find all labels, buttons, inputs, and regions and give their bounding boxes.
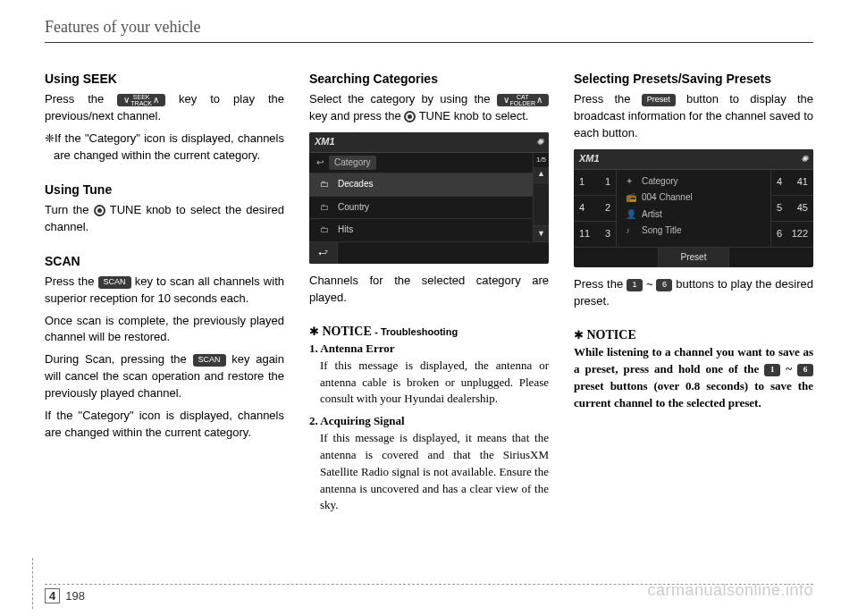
back-button-icon: ⮐ [309, 242, 338, 264]
page-counter: 1/5 [534, 153, 549, 167]
category-row-country: 🗀 Country [309, 196, 533, 219]
section-using-tune: Using Tune Turn the TUNE knob to select … [45, 181, 284, 236]
sc-title: XM1 [315, 135, 335, 149]
column-2: Searching Categories Select the category… [309, 70, 549, 530]
notice-save-preset: ✱ NOTICE While listening to a channel yo… [574, 326, 813, 412]
sc-header-icon-2: ✺ [801, 153, 808, 166]
presets-title: Selecting Presets/Saving Presets [574, 70, 813, 88]
section-searching-categories: Searching Categories Select the category… [309, 70, 549, 307]
section-using-seek: Using SEEK Press the ∨ SEEKTRACK ∧ key t… [45, 70, 284, 165]
category-row-decades: 🗀 Decades [309, 173, 533, 196]
preset-6-key-2: 6 [797, 364, 813, 376]
preset-1-key: 1 [627, 279, 643, 291]
cat-folder-key: ∨ CATFOLDER ∧ [497, 94, 549, 106]
sc-topic-row: ↩ Category [309, 153, 533, 173]
preset-6-key: 6 [656, 279, 672, 291]
seek-p1: Press the ∨ SEEKTRACK ∧ key to play the … [45, 91, 284, 125]
seek-track-key: ∨ SEEKTRACK ∧ [117, 94, 165, 106]
preset-cell: 42 [574, 196, 616, 222]
tune-knob-icon-2 [404, 111, 416, 122]
notice-title-2: ✱ NOTICE [574, 326, 813, 344]
seek-bullet: ❈If the "Category" icon is displayed, ch… [45, 131, 284, 165]
column-3: Selecting Presets/Saving Presets Press t… [574, 70, 813, 530]
sc-header-2: XM1 ✺ [574, 149, 813, 170]
column-1: Using SEEK Press the ∨ SEEKTRACK ∧ key t… [45, 70, 284, 530]
chapter-number: 4 [45, 588, 60, 603]
folder-icon: 🗀 [318, 224, 331, 237]
seek-title: Using SEEK [45, 70, 284, 88]
preset-right-col: 441 545 6122 [770, 170, 813, 247]
preset-footer: Preset [574, 247, 813, 268]
preset-cell: 113 [574, 222, 616, 247]
notice-title: ✱ NOTICE - Troubleshooting [309, 323, 549, 341]
preset-cell: 545 [771, 196, 813, 222]
song-icon: ♪ [626, 224, 636, 238]
page-header: Features of your vehicle [45, 18, 813, 43]
search-p1: Select the category by using the ∨ CATFO… [309, 91, 549, 125]
watermark: carmanualsonline.info [647, 581, 813, 600]
presets-p2: Press the 1 ~ 6 buttons to play the desi… [574, 276, 813, 310]
section-presets: Selecting Presets/Saving Presets Press t… [574, 70, 813, 310]
tune-knob-icon [94, 205, 105, 216]
sc-footer: ⮐ [309, 241, 549, 264]
row-label: Decades [338, 178, 373, 191]
scroll-up-icon: ▲ [534, 167, 549, 183]
channel-icon: 📻 [626, 191, 636, 205]
page-number: 198 [65, 589, 85, 603]
preset-info: ✦Category 📻004 Channel 👤Artist ♪Song Tit… [617, 170, 770, 247]
preset-cell: 441 [771, 170, 813, 196]
preset-1-key-2: 1 [764, 364, 780, 376]
scan-title: SCAN [45, 252, 284, 270]
scan-key-2: SCAN [193, 354, 226, 367]
scan-p1: Press the SCAN key to scan all channels … [45, 274, 284, 308]
preset-cell: 6122 [771, 222, 813, 247]
tune-title: Using Tune [45, 181, 284, 198]
topic-label: Category [329, 156, 376, 171]
notice-item-1: 1. Antenna Error If this message is disp… [309, 341, 549, 408]
back-icon: ↩ [316, 156, 324, 170]
scan-p2: Once scan is complete, the previously pl… [45, 313, 284, 347]
notice-item-2: 2. Acquiring Signal If this message is d… [309, 413, 549, 514]
category-icon: ✦ [626, 175, 636, 189]
preset-foot-button: Preset [658, 248, 729, 268]
presets-p1: Press the Preset button to display the b… [574, 91, 813, 142]
search-after: Channels for the selected category are p… [309, 273, 549, 307]
category-row-hits: 🗀 Hits [309, 218, 533, 241]
scroll-down-icon: ▼ [534, 225, 549, 241]
tune-p1: Turn the TUNE knob to select the desired… [45, 202, 284, 236]
preset-screenshot: XM1 ✺ 11 42 113 ✦Category 📻004 Channel 👤… [574, 149, 813, 267]
search-title: Searching Categories [309, 70, 549, 88]
scrollbar: 1/5 ▲ ▼ [533, 153, 549, 241]
category-screenshot: XM1 ✺ ↩ Category 🗀 Decades [309, 132, 549, 264]
sc-header: XM1 ✺ [309, 132, 549, 153]
scan-key-1: SCAN [98, 276, 131, 289]
preset-left-col: 11 42 113 [574, 170, 617, 247]
row-label: Country [338, 201, 369, 215]
preset-key: Preset [642, 94, 676, 106]
content-columns: Using SEEK Press the ∨ SEEKTRACK ∧ key t… [45, 70, 813, 530]
notice-p: While listening to a channel you want to… [574, 344, 813, 411]
scan-p3: During Scan, pressing the SCAN key again… [45, 351, 284, 402]
folder-icon: 🗀 [318, 178, 331, 191]
notice-troubleshooting: ✱ NOTICE - Troubleshooting 1. Antenna Er… [309, 323, 549, 515]
artist-icon: 👤 [626, 208, 636, 222]
sc-header-icon: ✺ [536, 136, 543, 149]
preset-cell: 11 [574, 170, 616, 196]
section-scan: SCAN Press the SCAN key to scan all chan… [45, 252, 284, 442]
row-label: Hits [338, 224, 353, 237]
folder-icon: 🗀 [318, 201, 331, 215]
sc-title-2: XM1 [579, 152, 600, 166]
scan-p4: If the "Category" icon is displayed, cha… [45, 408, 284, 442]
